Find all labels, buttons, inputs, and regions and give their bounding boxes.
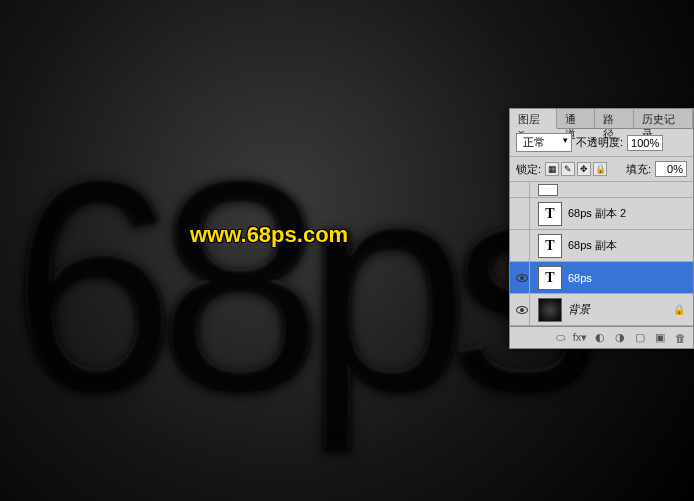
layer-row[interactable]: 背景 🔒 <box>510 294 693 326</box>
layer-row[interactable]: T 68ps <box>510 262 693 294</box>
layer-fx-icon[interactable]: fx▾ <box>573 331 587 345</box>
tab-history[interactable]: 历史记录 <box>634 109 693 128</box>
fill-label: 填充: <box>626 162 651 177</box>
bg-layer-thumbnail <box>538 298 562 322</box>
delete-layer-icon[interactable]: 🗑 <box>673 331 687 345</box>
layer-row[interactable]: T 68ps 副本 2 <box>510 198 693 230</box>
eye-icon <box>516 274 528 282</box>
blend-opacity-row: 正常 不透明度: 100% <box>510 129 693 157</box>
layer-row[interactable] <box>510 182 693 198</box>
visibility-toggle[interactable] <box>514 230 530 261</box>
link-layers-icon[interactable]: ⬭ <box>553 331 567 345</box>
lock-transparency-icon[interactable]: ▦ <box>545 162 559 176</box>
tab-channels[interactable]: 通道 <box>557 109 595 128</box>
lock-all-icon[interactable]: 🔒 <box>593 162 607 176</box>
text-layer-icon: T <box>538 202 562 226</box>
layer-row[interactable]: T 68ps 副本 <box>510 230 693 262</box>
opacity-label: 不透明度: <box>576 135 623 150</box>
layer-name[interactable]: 背景 <box>568 302 590 317</box>
blend-mode-select[interactable]: 正常 <box>516 133 572 152</box>
tab-paths[interactable]: 路径 <box>595 109 633 128</box>
layer-name[interactable]: 68ps 副本 <box>568 238 617 253</box>
layers-list: T 68ps 副本 2 T 68ps 副本 T 68ps 背景 🔒 <box>510 182 693 326</box>
text-layer-icon: T <box>538 234 562 258</box>
lock-icon: 🔒 <box>673 304 685 316</box>
opacity-input[interactable]: 100% <box>627 135 663 151</box>
text-layer-icon: T <box>538 266 562 290</box>
panel-footer: ⬭ fx▾ ◐ ◑ ▢ ▣ 🗑 <box>510 326 693 348</box>
panel-tabs: 图层 × 通道 路径 历史记录 <box>510 109 693 129</box>
lock-image-icon[interactable]: ✎ <box>561 162 575 176</box>
adjustment-layer-icon[interactable]: ◑ <box>613 331 627 345</box>
layer-name[interactable]: 68ps <box>568 272 592 284</box>
lock-position-icon[interactable]: ✥ <box>577 162 591 176</box>
eye-icon <box>516 306 528 314</box>
lock-fill-row: 锁定: ▦ ✎ ✥ 🔒 填充: 0% <box>510 157 693 182</box>
layer-mask-icon[interactable]: ◐ <box>593 331 607 345</box>
fill-input[interactable]: 0% <box>655 161 687 177</box>
visibility-toggle[interactable] <box>514 198 530 229</box>
lock-label: 锁定: <box>516 162 541 177</box>
watermark-text: www.68ps.com <box>190 222 348 248</box>
layers-panel: 图层 × 通道 路径 历史记录 正常 不透明度: 100% 锁定: ▦ ✎ ✥ … <box>509 108 694 349</box>
visibility-toggle[interactable] <box>514 182 530 197</box>
layer-thumbnail <box>538 184 558 196</box>
visibility-toggle[interactable] <box>514 294 530 325</box>
tab-layers[interactable]: 图层 × <box>510 109 557 129</box>
new-group-icon[interactable]: ▢ <box>633 331 647 345</box>
new-layer-icon[interactable]: ▣ <box>653 331 667 345</box>
visibility-toggle[interactable] <box>514 262 530 293</box>
lock-icons-group: ▦ ✎ ✥ 🔒 <box>545 162 607 176</box>
layer-name[interactable]: 68ps 副本 2 <box>568 206 626 221</box>
